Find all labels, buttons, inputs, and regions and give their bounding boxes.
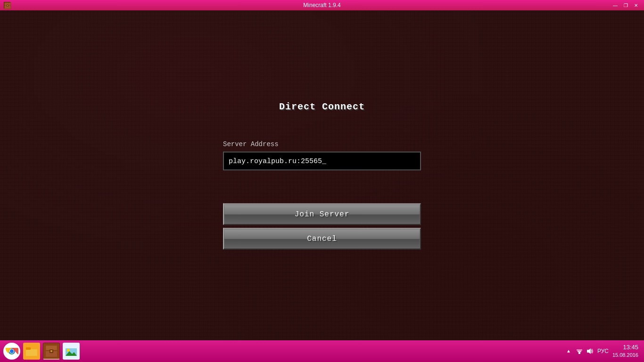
window-title: Minecraft 1.9.4 [303, 2, 340, 8]
network-icon [576, 347, 583, 355]
direct-connect-dialog: Direct Connect Server Address Join Serve… [223, 101, 421, 250]
svg-rect-24 [577, 349, 582, 351]
svg-rect-17 [46, 346, 57, 350]
tray-arrow[interactable]: ▲ [567, 349, 570, 354]
window-controls[interactable]: — ❐ ✕ [611, 2, 640, 8]
svg-rect-4 [7, 5, 8, 6]
dialog-title: Direct Connect [279, 101, 365, 112]
svg-point-8 [10, 349, 14, 353]
server-address-label: Server Address [223, 140, 421, 148]
maximize-button[interactable]: ❐ [621, 2, 630, 8]
buttons-section: Join Server Cancel [223, 204, 421, 250]
cancel-button[interactable]: Cancel [223, 228, 421, 250]
clock[interactable]: 13:45 15.08.2016 [612, 344, 638, 358]
clock-date: 15.08.2016 [612, 352, 638, 358]
taskbar-files-icon[interactable] [23, 343, 40, 360]
minimize-button[interactable]: — [611, 2, 619, 8]
app-icon [4, 2, 10, 8]
volume-icon [586, 347, 594, 355]
svg-rect-22 [578, 352, 580, 354]
server-address-input[interactable] [223, 152, 421, 171]
svg-rect-11 [26, 347, 31, 350]
clock-time: 13:45 [612, 344, 638, 352]
taskbar-photos-icon[interactable] [63, 343, 80, 360]
svg-rect-10 [26, 349, 37, 356]
taskbar-minecraft-icon[interactable] [43, 343, 60, 360]
title-bar: Minecraft 1.9.4 — ❐ ✕ [0, 0, 644, 10]
taskbar-right: ▲ РУС 13:45 15.08.2016 [567, 344, 642, 358]
taskbar: ▲ РУС 13:45 15.08.2016 [0, 340, 644, 362]
join-server-button[interactable]: Join Server [223, 204, 421, 225]
taskbar-chrome-icon[interactable] [3, 343, 20, 360]
svg-rect-16 [50, 350, 52, 352]
system-tray [576, 347, 594, 355]
server-address-section: Server Address [223, 140, 421, 171]
svg-point-20 [67, 349, 70, 352]
close-button[interactable]: ✕ [632, 2, 640, 8]
titlebar-left: Minecraft 1.9.4 [4, 2, 10, 8]
game-area: Direct Connect Server Address Join Serve… [0, 10, 644, 340]
svg-marker-25 [587, 348, 591, 354]
language-indicator[interactable]: РУС [597, 348, 609, 354]
svg-rect-23 [578, 351, 581, 352]
